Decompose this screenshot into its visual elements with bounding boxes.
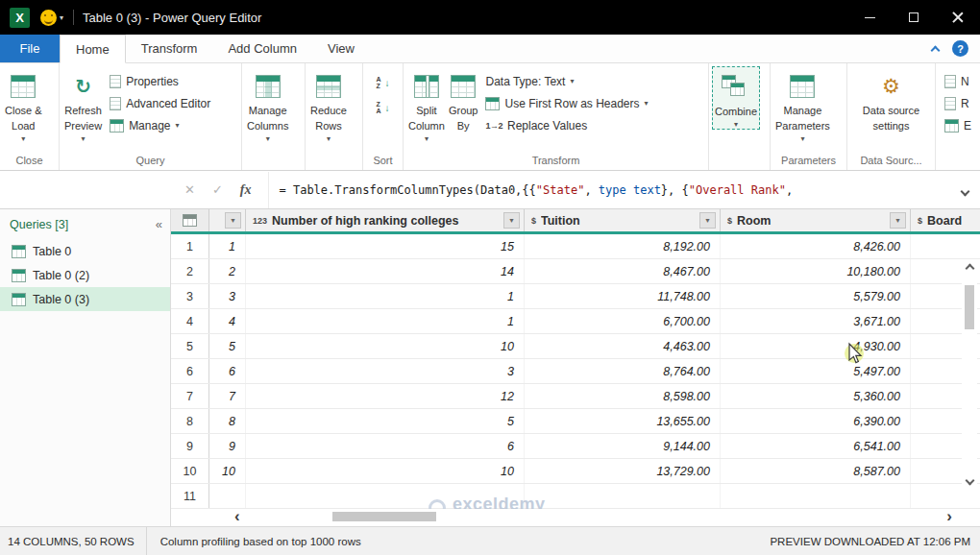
minimize-button[interactable] [847, 0, 892, 35]
table-cell[interactable]: 6 [209, 359, 246, 383]
horizontal-scrollbar[interactable]: ‹ › [231, 509, 956, 524]
table-cell[interactable]: 13,655.00 [525, 409, 721, 433]
table-cell[interactable]: 6,700.00 [525, 309, 721, 333]
table-cell[interactable]: 11,748.00 [525, 284, 721, 308]
collapse-ribbon-icon[interactable] [931, 46, 941, 56]
table-cell[interactable]: 9,144.00 [525, 434, 721, 458]
vertical-scroll-thumb[interactable] [965, 285, 974, 329]
table-cell[interactable]: 5,497.00 [721, 359, 911, 383]
table-cell[interactable]: 8,598.00 [525, 384, 721, 408]
row-number[interactable]: 3 [171, 284, 209, 308]
column-header-board[interactable]: $Board▼ [911, 209, 980, 231]
use-first-row-as-headers-button[interactable]: Use First Row as Headers ▾ [485, 94, 648, 112]
column-header-index[interactable]: ▼ [209, 209, 246, 231]
table-cell[interactable]: 6 [246, 434, 525, 458]
filter-dropdown-icon[interactable]: ▼ [503, 212, 520, 229]
smiley-addin-button[interactable]: ▾ [37, 10, 67, 26]
filter-dropdown-icon[interactable]: ▼ [699, 212, 716, 229]
tab-add-column[interactable]: Add Column [212, 35, 312, 62]
data-source-settings-button[interactable]: ⚙ Data source settings [861, 66, 921, 133]
tab-transform[interactable]: Transform [126, 35, 213, 62]
row-number[interactable]: 1 [171, 234, 209, 258]
properties-button[interactable]: Properties [110, 72, 210, 90]
recent-sources-button[interactable]: R [944, 94, 971, 112]
column-header-colleges[interactable]: 123Number of high ranking colleges▼ [246, 209, 525, 231]
table-cell[interactable]: 8,192.00 [525, 234, 721, 258]
manage-parameters-button[interactable]: Manage Parameters ▾ [773, 66, 832, 143]
tab-view[interactable]: View [312, 35, 370, 62]
refresh-preview-button[interactable]: ↻ Refresh Preview ▾ [62, 66, 104, 143]
tab-file[interactable]: File [0, 35, 60, 62]
table-cell[interactable]: 5,579.00 [721, 284, 911, 308]
table-cell[interactable]: 10 [209, 459, 246, 483]
row-number[interactable]: 9 [171, 434, 209, 458]
row-number[interactable]: 10 [171, 459, 209, 483]
status-column-profiling[interactable]: Column profiling based on top 1000 rows [147, 536, 375, 547]
scroll-left-icon[interactable]: ‹ [231, 510, 244, 523]
advanced-editor-button[interactable]: Advanced Editor [110, 94, 210, 112]
table-cell[interactable]: 5 [246, 409, 525, 433]
group-by-button[interactable]: Group By [447, 66, 480, 133]
enter-data-button[interactable]: E [944, 116, 971, 134]
vertical-scrollbar[interactable] [962, 261, 977, 488]
table-cell[interactable]: 1 [246, 284, 525, 308]
query-item-table-0-2[interactable]: Table 0 (2) [0, 263, 170, 287]
horizontal-scroll-thumb[interactable] [332, 512, 436, 521]
table-cell[interactable]: 10,180.00 [721, 259, 911, 283]
table-cell[interactable]: 4 [209, 309, 246, 333]
column-header-tuition[interactable]: $Tuition▼ [525, 209, 721, 231]
column-header-room[interactable]: $Room▼ [721, 209, 911, 231]
row-number[interactable]: 5 [171, 334, 209, 358]
table-cell[interactable]: 5,360.00 [721, 384, 911, 408]
table-cell[interactable]: 5 [209, 334, 246, 358]
manage-button[interactable]: Manage ▾ [110, 116, 210, 134]
scroll-right-icon[interactable]: › [943, 510, 956, 523]
table-cell[interactable]: 4,930.00 [721, 334, 911, 358]
table-cell[interactable]: 3 [209, 284, 246, 308]
cancel-formula-icon[interactable]: ✕ [184, 182, 195, 197]
close-button[interactable] [936, 0, 980, 35]
row-number[interactable]: 8 [171, 409, 209, 433]
table-cell[interactable]: 9 [209, 434, 246, 458]
row-number[interactable]: 2 [171, 259, 209, 283]
collapse-pane-icon[interactable]: « [156, 217, 162, 231]
table-cell[interactable]: 3 [246, 359, 525, 383]
table-cell[interactable]: 10 [246, 334, 525, 358]
row-number[interactable]: 7 [171, 384, 209, 408]
table-cell[interactable]: 6,541.00 [721, 434, 911, 458]
sort-ascending-button[interactable]: AZ ↓ [377, 74, 390, 91]
table-cell[interactable]: 15 [246, 234, 525, 258]
split-column-button[interactable]: Split Column ▾ [406, 66, 447, 143]
replace-values-button[interactable]: 1→2 Replace Values [485, 116, 648, 134]
maximize-button[interactable] [892, 0, 936, 35]
table-cell[interactable]: 4,463.00 [525, 334, 721, 358]
query-item-table-0-3[interactable]: Table 0 (3) [0, 287, 170, 311]
close-and-load-button[interactable]: Close & Load ▾ [3, 66, 44, 143]
table-cell[interactable]: 8,467.00 [525, 259, 721, 283]
commit-formula-icon[interactable]: ✓ [212, 182, 223, 197]
table-cell[interactable]: 10 [246, 459, 525, 483]
table-cell[interactable]: 1 [209, 234, 246, 258]
table-cell[interactable]: 7 [209, 384, 246, 408]
table-cell[interactable]: 14 [246, 259, 525, 283]
expand-formula-bar-button[interactable] [950, 181, 980, 199]
table-cell[interactable]: 3,671.00 [721, 309, 911, 333]
row-number[interactable]: 4 [171, 309, 209, 333]
reduce-rows-button[interactable]: Reduce Rows ▾ [308, 66, 349, 143]
row-number[interactable]: 11 [171, 484, 209, 508]
table-cell[interactable]: 13,729.00 [525, 459, 721, 483]
table-cell[interactable]: 6,390.00 [721, 409, 911, 433]
filter-dropdown-icon[interactable]: ▼ [890, 212, 906, 229]
new-source-button[interactable]: N [944, 72, 971, 90]
table-cell[interactable]: 2 [209, 259, 246, 283]
table-cell[interactable] [525, 484, 721, 508]
table-cell[interactable]: 8 [209, 409, 246, 433]
table-cell[interactable]: 8,426.00 [721, 234, 911, 258]
query-item-table-0[interactable]: Table 0 [0, 239, 170, 263]
table-cell[interactable] [721, 484, 911, 508]
table-cell[interactable]: 8,764.00 [525, 359, 721, 383]
table-cell[interactable] [209, 484, 246, 508]
scroll-down-icon[interactable] [965, 476, 974, 486]
table-cell[interactable]: 12 [246, 384, 525, 408]
table-menu-button[interactable] [171, 209, 209, 231]
